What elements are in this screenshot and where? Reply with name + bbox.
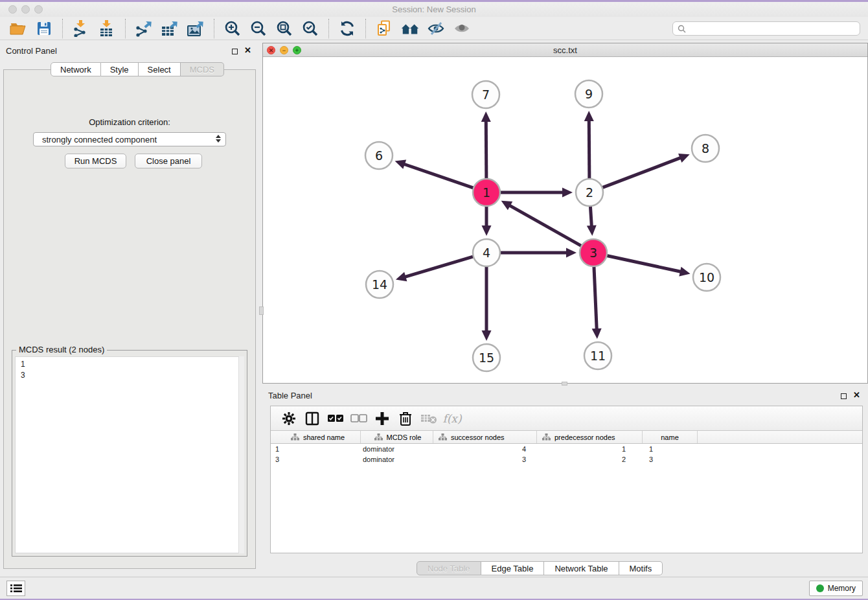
column-type-icon bbox=[374, 433, 383, 441]
open-folder-icon[interactable] bbox=[8, 19, 28, 38]
delete-row-icon[interactable] bbox=[396, 409, 415, 428]
tab-style[interactable]: Style bbox=[101, 62, 139, 76]
import-network-icon[interactable] bbox=[71, 19, 91, 38]
column-header-name[interactable]: name bbox=[643, 431, 698, 443]
cell-successor-nodes[interactable]: 3 bbox=[433, 456, 537, 463]
zoom-in-icon[interactable] bbox=[223, 19, 242, 38]
tab-node-table[interactable]: Node Table bbox=[417, 561, 481, 575]
hide-selected-icon[interactable] bbox=[426, 19, 446, 38]
save-icon[interactable] bbox=[34, 19, 54, 38]
settings-gear-icon[interactable] bbox=[279, 409, 299, 428]
column-type-icon bbox=[439, 433, 447, 441]
float-panel-icon[interactable] bbox=[841, 393, 847, 399]
show-all-icon[interactable] bbox=[452, 19, 472, 38]
graph-edge-arrowhead bbox=[679, 267, 690, 277]
column-header-successor-nodes[interactable]: successor nodes bbox=[433, 431, 537, 443]
search-input[interactable] bbox=[689, 24, 860, 33]
main-area: Control Panel ✕ Network Style Select MCD… bbox=[0, 40, 868, 577]
search-field[interactable] bbox=[672, 21, 860, 36]
desktop-edge-top bbox=[0, 0, 868, 2]
import-table-icon[interactable] bbox=[97, 19, 117, 38]
zoom-fit-icon[interactable] bbox=[275, 19, 294, 38]
main-toolbar bbox=[0, 17, 868, 40]
graph-edge[interactable] bbox=[589, 120, 589, 179]
list-icon bbox=[10, 584, 22, 593]
cell-name[interactable]: 1 bbox=[643, 445, 698, 453]
graph-edge-arrowhead bbox=[481, 111, 491, 122]
column-header-shared-name[interactable]: shared name bbox=[271, 431, 361, 443]
node-table: shared name MCDS role successor nodes pr… bbox=[271, 431, 862, 553]
column-header-mcds-role[interactable]: MCDS role bbox=[361, 431, 433, 443]
graph-edge-arrowhead bbox=[396, 272, 407, 281]
graph-edge[interactable] bbox=[404, 164, 474, 188]
cell-mcds-role[interactable]: dominator bbox=[361, 445, 433, 453]
graph-edge-arrowhead bbox=[482, 225, 492, 236]
select-all-checkboxes-icon[interactable] bbox=[326, 409, 345, 428]
graph-node-label: 14 bbox=[372, 277, 387, 292]
graph-edge[interactable] bbox=[590, 206, 591, 227]
tab-network[interactable]: Network bbox=[51, 62, 101, 76]
graph-edge[interactable] bbox=[509, 205, 582, 246]
control-panel-tabs: Network Style Select MCDS bbox=[51, 62, 224, 76]
columns-icon[interactable] bbox=[303, 409, 322, 428]
memory-label: Memory bbox=[828, 584, 856, 593]
copy-network-icon[interactable] bbox=[374, 19, 394, 38]
task-history-button[interactable] bbox=[6, 581, 25, 596]
float-panel-icon[interactable] bbox=[232, 49, 238, 54]
network-canvas[interactable]: 1234678910111415 bbox=[263, 57, 867, 383]
export-network-icon[interactable] bbox=[134, 19, 154, 38]
export-image-icon[interactable] bbox=[186, 19, 205, 38]
cell-shared-name[interactable]: 3 bbox=[271, 456, 361, 463]
export-table-icon[interactable] bbox=[160, 19, 179, 38]
tab-mcds[interactable]: MCDS bbox=[181, 62, 224, 76]
graph-node-label: 4 bbox=[483, 246, 490, 260]
mcds-result-list[interactable]: 1 3 bbox=[15, 356, 244, 553]
table-row[interactable]: 3 dominator 3 2 3 bbox=[271, 454, 862, 465]
tab-network-table[interactable]: Network Table bbox=[544, 561, 619, 575]
graph-edge[interactable] bbox=[594, 266, 597, 330]
memory-status-icon bbox=[816, 584, 824, 592]
tab-select[interactable]: Select bbox=[139, 62, 181, 76]
graph-edge[interactable] bbox=[404, 257, 474, 277]
search-icon bbox=[678, 25, 686, 33]
mcds-result-fieldset: MCDS result (2 nodes) 1 3 bbox=[12, 350, 247, 557]
zoom-out-icon[interactable] bbox=[249, 19, 268, 38]
network-title: scc.txt bbox=[263, 45, 867, 55]
delete-table-icon[interactable] bbox=[419, 409, 439, 428]
graph-edge[interactable] bbox=[607, 255, 681, 271]
vertical-divider-handle[interactable] bbox=[259, 306, 264, 315]
close-panel-icon[interactable]: ✕ bbox=[244, 45, 251, 55]
cell-predecessor-nodes[interactable]: 2 bbox=[537, 456, 643, 463]
zoom-selected-icon[interactable] bbox=[301, 19, 320, 38]
cell-mcds-role[interactable]: dominator bbox=[361, 456, 433, 463]
network-window-titlebar: ✕ − + scc.txt bbox=[263, 43, 867, 57]
graph-edge[interactable] bbox=[486, 121, 486, 179]
column-header-predecessor-nodes[interactable]: predecessor nodes bbox=[537, 431, 643, 443]
graph-edge-arrowhead bbox=[587, 225, 597, 236]
cell-name[interactable]: 3 bbox=[643, 456, 698, 463]
result-scrollbar[interactable] bbox=[238, 356, 244, 553]
memory-button[interactable]: Memory bbox=[809, 581, 863, 596]
add-row-icon[interactable] bbox=[372, 409, 392, 428]
run-mcds-button[interactable]: Run MCDS bbox=[65, 154, 126, 168]
tab-motifs[interactable]: Motifs bbox=[619, 561, 663, 575]
toolbar-separator bbox=[214, 19, 214, 38]
tab-edge-table[interactable]: Edge Table bbox=[481, 561, 545, 575]
table-row[interactable]: 1 dominator 4 1 1 bbox=[271, 444, 862, 454]
table-toolbar: f(x) bbox=[271, 406, 862, 431]
close-panel-button[interactable]: Close panel bbox=[135, 154, 202, 168]
cell-predecessor-nodes[interactable]: 1 bbox=[537, 445, 643, 453]
graph-edge[interactable] bbox=[602, 157, 681, 187]
close-panel-icon[interactable]: ✕ bbox=[853, 390, 860, 400]
table-column-headers: shared name MCDS role successor nodes pr… bbox=[271, 431, 862, 444]
criterion-dropdown[interactable]: strongly connected component bbox=[33, 132, 226, 146]
graph-edge-arrowhead bbox=[562, 188, 573, 198]
function-builder-icon[interactable]: f(x) bbox=[442, 409, 462, 428]
deselect-all-checkboxes-icon[interactable] bbox=[349, 409, 369, 428]
first-neighbors-icon[interactable] bbox=[400, 19, 420, 38]
apply-layout-icon[interactable] bbox=[337, 19, 357, 38]
window-title: Session: New Session bbox=[0, 5, 868, 14]
cell-shared-name[interactable]: 1 bbox=[271, 445, 361, 453]
cell-successor-nodes[interactable]: 4 bbox=[433, 445, 537, 453]
graph-node-label: 1 bbox=[483, 185, 490, 200]
